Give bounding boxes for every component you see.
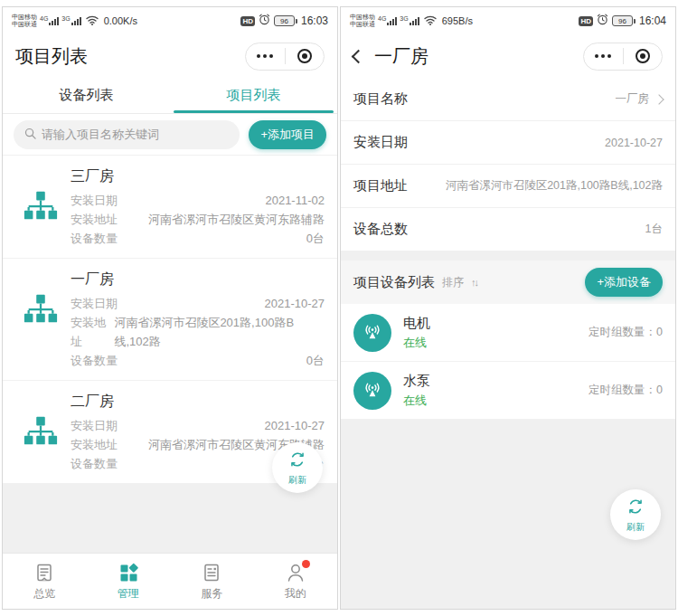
screenshot-pair: 中国移动 中国联通 4G 3G 0.00K/s HD 96 [0, 0, 678, 616]
close-button[interactable] [286, 43, 325, 70]
search-row: 请输入项目名称关键词 +添加项目 [3, 114, 337, 156]
tab-project-list[interactable]: 项目列表 [170, 78, 337, 113]
refresh-label: 刷新 [626, 521, 645, 534]
close-button[interactable] [624, 43, 663, 70]
install-date-label: 安装日期 [71, 191, 118, 210]
project-name: 三厂房 [71, 167, 325, 186]
device-status: 在线 [403, 393, 430, 409]
nav-manage[interactable]: 管理 [87, 554, 171, 609]
nav-label: 我的 [285, 586, 306, 602]
network-speed: 695B/s [442, 15, 473, 26]
field-value: 一厂房 [616, 91, 650, 107]
service-icon [201, 562, 222, 583]
device-count-value: 0台 [306, 229, 325, 248]
install-date-value: 2021-11-02 [265, 191, 325, 210]
wifi-icon [424, 13, 437, 29]
sort-label[interactable]: 排序 [442, 275, 464, 290]
title-bar: 一厂房 [341, 34, 675, 78]
device-count-label: 设备数量 [71, 351, 118, 370]
carrier-labels: 中国移动 中国联通 [12, 14, 37, 28]
device-count-label: 设备数量 [71, 454, 118, 473]
status-time: 16:04 [639, 14, 666, 27]
signal-bars-icon [71, 17, 81, 25]
refresh-button[interactable]: 刷新 [272, 442, 323, 493]
network-speed: 0.00K/s [104, 15, 137, 26]
alarm-icon [597, 13, 608, 29]
screen-project-detail: 中国移动 中国联通 4G 3G 695B/s HD 96 [340, 6, 676, 610]
search-placeholder: 请输入项目名称关键词 [42, 127, 159, 143]
timer-group-count: 定时组数量：0 [589, 325, 663, 340]
field-project-name[interactable]: 项目名称 一厂房 [341, 78, 675, 121]
refresh-icon [287, 450, 307, 473]
install-addr-value: 河南省漯河市召陵区201路,100路B线,102路 [114, 313, 325, 351]
device-count-label: 设备数量 [71, 229, 118, 248]
signal-4g: 4G [378, 17, 397, 25]
tab-device-list[interactable]: 设备列表 [3, 78, 170, 113]
signal-3g: 3G [61, 17, 80, 25]
bottom-nav: 总览 管理 服务 我的 [3, 553, 337, 609]
sitemap-icon [23, 189, 59, 229]
back-icon[interactable] [352, 49, 366, 63]
more-button[interactable] [584, 43, 623, 70]
field-device-total: 设备总数 1台 [341, 208, 675, 251]
sitemap-icon [23, 414, 59, 454]
search-input[interactable]: 请输入项目名称关键词 [14, 120, 240, 149]
nav-overview[interactable]: 总览 [3, 554, 87, 609]
project-item[interactable]: 一厂房 安装日期2021-10-27 安装地址河南省漯河市召陵区201路,100… [3, 259, 337, 381]
project-name: 二厂房 [71, 393, 325, 412]
install-addr-label: 安装地址 [71, 435, 118, 454]
me-icon [285, 562, 306, 583]
battery-percent: 96 [274, 15, 295, 26]
search-icon [24, 127, 36, 143]
install-addr-label: 安装地址 [71, 210, 118, 229]
section-gap [341, 251, 675, 261]
nav-me[interactable]: 我的 [254, 554, 338, 609]
install-addr-value: 河南省漯河市召陵区黄河东路辅路 [148, 210, 325, 229]
project-name: 一厂房 [71, 270, 325, 289]
install-date-value: 2021-10-27 [265, 294, 325, 313]
install-date-label: 安装日期 [71, 294, 118, 313]
battery-icon: 96 [274, 15, 297, 26]
more-icon [257, 54, 273, 58]
add-device-button[interactable]: +添加设备 [585, 268, 663, 297]
nav-label: 服务 [201, 586, 222, 602]
miniprogram-capsule [583, 43, 663, 71]
device-count-value: 0台 [306, 351, 325, 370]
sort-arrows-icon[interactable]: ↑↓ [471, 277, 477, 288]
empty-area [3, 484, 337, 553]
more-icon [595, 54, 611, 58]
carrier-2: 中国联通 [12, 21, 37, 28]
signal-4g: 4G [40, 17, 59, 25]
battery-icon: 96 [612, 15, 636, 26]
device-list-header: 项目设备列表 排序 ↑↓ +添加设备 [341, 261, 675, 304]
wifi-icon [86, 13, 99, 29]
carrier-2: 中国联通 [350, 21, 375, 28]
target-icon [297, 49, 312, 63]
timer-group-count: 定时组数量：0 [589, 383, 663, 398]
refresh-button[interactable]: 刷新 [610, 489, 661, 540]
signal-bars-icon [410, 17, 419, 25]
title-bar: 项目列表 [3, 34, 337, 78]
status-bar: 中国移动 中国联通 4G 3G 0.00K/s HD 96 [3, 7, 337, 34]
add-project-button[interactable]: +添加项目 [249, 120, 326, 149]
tab-bar: 设备列表 项目列表 [3, 78, 337, 114]
signal-bars-icon [49, 17, 59, 25]
device-row[interactable]: 电机 在线 定时组数量：0 [341, 304, 675, 362]
install-addr-label: 安装地址 [71, 313, 114, 351]
more-button[interactable] [246, 43, 285, 70]
battery-percent: 96 [612, 15, 633, 26]
field-value: 2021-10-27 [605, 137, 663, 149]
broadcast-icon [353, 372, 391, 410]
device-row[interactable]: 水泵 在线 定时组数量：0 [341, 362, 675, 420]
target-icon [636, 49, 650, 63]
notification-dot [302, 560, 310, 568]
nav-label: 总览 [33, 586, 55, 602]
broadcast-icon [353, 314, 391, 352]
device-name: 水泵 [403, 373, 430, 390]
page-title: 项目列表 [15, 44, 88, 69]
carrier-1: 中国移动 [350, 14, 375, 21]
carrier-labels: 中国移动 中国联通 [350, 14, 375, 28]
device-list-title: 项目设备列表 [353, 274, 435, 291]
project-item[interactable]: 三厂房 安装日期2021-11-02 安装地址河南省漯河市召陵区黄河东路辅路 设… [3, 156, 337, 259]
nav-service[interactable]: 服务 [170, 554, 254, 609]
